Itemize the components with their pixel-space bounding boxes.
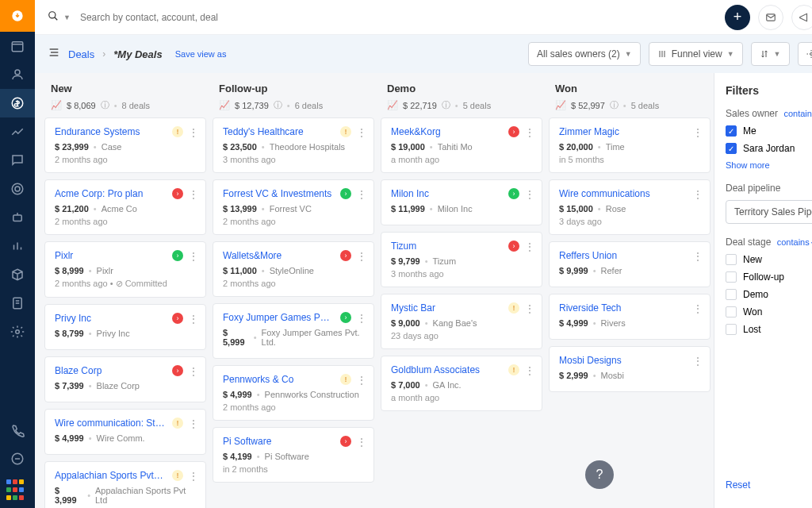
nav-chat-icon[interactable] xyxy=(0,146,35,175)
nav-message-icon[interactable] xyxy=(0,444,35,473)
nav-reports-icon[interactable] xyxy=(0,232,35,260)
deal-card[interactable]: Goldblum Associates $ 7,000•GA Inc. a mo… xyxy=(381,356,542,411)
nav-contacts-icon[interactable] xyxy=(0,60,35,89)
card-more-icon[interactable]: ⋮ xyxy=(524,188,535,201)
deal-card[interactable]: Forrest VC & Investments $ 13,999•Forres… xyxy=(213,179,374,235)
deal-company: Kang Bae's xyxy=(433,318,477,328)
deal-card[interactable]: Wire communications $ 15,000•Rose 3 days… xyxy=(549,179,710,235)
gear-button[interactable]: ▼ xyxy=(798,42,812,66)
filter-checkbox[interactable]: Follow-up xyxy=(726,271,812,283)
card-more-icon[interactable]: ⋮ xyxy=(692,250,703,263)
filter-checkbox[interactable]: ✓Sara Jordan xyxy=(726,143,812,154)
nav-box-icon[interactable] xyxy=(0,260,35,289)
breadcrumb-root[interactable]: Deals xyxy=(68,48,94,60)
nav-deals-icon[interactable] xyxy=(0,89,35,117)
deal-card[interactable]: Pi Software $ 4,199•Pi Software in 2 mon… xyxy=(213,427,374,483)
deal-card[interactable]: Mosbi Designs $ 2,999•Mosbi ⋮ xyxy=(549,346,710,392)
filter-checkbox[interactable]: ✓Me xyxy=(726,125,812,137)
deal-time: in 2 months xyxy=(223,464,364,474)
filter-checkbox[interactable]: Lost xyxy=(726,324,812,335)
deal-card[interactable]: Foxy Jumper Games Pvt Ltd $ 5,999•Foxy J… xyxy=(213,303,374,359)
filter-checkbox[interactable]: Won xyxy=(726,306,812,318)
card-more-icon[interactable]: ⋮ xyxy=(356,250,367,263)
card-more-icon[interactable]: ⋮ xyxy=(188,470,199,483)
card-more-icon[interactable]: ⋮ xyxy=(692,302,703,315)
card-more-icon[interactable]: ⋮ xyxy=(188,418,199,430)
deal-card[interactable]: Blaze Corp $ 7,399•Blaze Corp › ⋮ xyxy=(44,356,206,402)
deal-amount: $ 3,999 xyxy=(55,486,82,505)
deal-title: Appalachian Sports Pvt Ltd xyxy=(55,470,166,481)
deal-title: Pixlr xyxy=(55,250,166,261)
add-button[interactable]: + xyxy=(725,5,750,30)
deal-company: Forrest VC xyxy=(270,204,312,214)
nav-apps-icon[interactable] xyxy=(6,479,29,502)
deal-card[interactable]: Tizum $ 9,799•Tizum 3 months ago › ⋮ xyxy=(381,232,542,287)
deal-card[interactable]: Mystic Bar $ 9,000•Kang Bae's 23 days ag… xyxy=(381,294,542,349)
card-more-icon[interactable]: ⋮ xyxy=(188,365,199,378)
deal-card[interactable]: Endurance Systems $ 23,999•Case 2 months… xyxy=(44,117,206,173)
nav-analytics-icon[interactable] xyxy=(0,117,35,146)
view-select[interactable]: Funnel view▼ xyxy=(649,42,743,66)
card-more-icon[interactable]: ⋮ xyxy=(524,364,535,377)
card-more-icon[interactable]: ⋮ xyxy=(524,302,535,315)
list-icon[interactable] xyxy=(48,46,60,62)
deal-card[interactable]: Appalachian Sports Pvt Ltd $ 3,999•Appal… xyxy=(44,461,206,508)
deal-card[interactable]: Wire communication: Starter ... $ 4,999•… xyxy=(44,409,206,455)
save-view-link[interactable]: Save view as xyxy=(175,49,227,59)
card-more-icon[interactable]: ⋮ xyxy=(692,188,703,201)
deal-card[interactable]: Milon Inc $ 11,999•Milon Inc › ⋮ xyxy=(381,179,542,225)
deal-card[interactable]: Acme Corp: Pro plan $ 21,200•Acme Co 2 m… xyxy=(44,179,206,235)
deal-card[interactable]: Wallets&More $ 11,000•StyleOnline 2 mont… xyxy=(213,241,374,297)
search-icon[interactable] xyxy=(48,10,59,25)
deal-card[interactable]: Pennworks & Co $ 4,999•Pennworks Constru… xyxy=(213,365,374,421)
card-more-icon[interactable]: ⋮ xyxy=(524,126,535,139)
card-more-icon[interactable]: ⋮ xyxy=(356,188,367,201)
reset-link[interactable]: Reset xyxy=(726,479,750,491)
card-more-icon[interactable]: ⋮ xyxy=(692,355,703,368)
logo-icon[interactable] xyxy=(0,0,35,32)
announce-icon[interactable] xyxy=(791,5,812,30)
status-icon: › xyxy=(172,313,183,324)
nav-calendar-icon[interactable] xyxy=(0,32,35,60)
card-more-icon[interactable]: ⋮ xyxy=(188,250,199,263)
card-more-icon[interactable]: ⋮ xyxy=(356,436,367,448)
status-icon: › xyxy=(340,188,351,199)
deal-card[interactable]: Reffers Union $ 9,999•Refer ⋮ xyxy=(549,241,710,287)
card-more-icon[interactable]: ⋮ xyxy=(692,126,703,139)
status-icon: ! xyxy=(340,126,351,137)
search-input[interactable] xyxy=(80,12,725,23)
pipeline-select[interactable]: Territory Sales Pipeline▼ xyxy=(726,200,812,224)
show-more-link[interactable]: Show more xyxy=(726,160,812,170)
owners-select[interactable]: All sales owners (2)▼ xyxy=(528,42,641,66)
nav-phone-icon[interactable] xyxy=(0,416,35,444)
nav-docs-icon[interactable] xyxy=(0,289,35,318)
deal-title: Milon Inc xyxy=(391,188,502,199)
deal-time: 3 days ago xyxy=(559,217,700,226)
nav-target-icon[interactable] xyxy=(0,175,35,203)
nav-bot-icon[interactable] xyxy=(0,203,35,232)
deal-card[interactable]: Pixlr $ 8,999•Pixlr 2 months ago • ⊘ Com… xyxy=(44,241,206,298)
status-icon: ! xyxy=(340,374,351,385)
search-caret-icon[interactable]: ▼ xyxy=(63,13,71,21)
help-fab-icon[interactable]: ? xyxy=(585,460,614,489)
deal-card[interactable]: Teddy's Healthcare $ 23,500•Theodore Hos… xyxy=(213,117,374,173)
deal-card[interactable]: Meek&Korg $ 19,000•Tahiti Mo a month ago… xyxy=(381,117,542,173)
deal-card[interactable]: Privy Inc $ 8,799•Privy Inc › ⋮ xyxy=(44,304,206,350)
filter-owner-operator[interactable]: contains xyxy=(783,109,812,118)
filter-stage-operator[interactable]: contains xyxy=(777,237,812,247)
deal-card[interactable]: Riverside Tech $ 4,999•Rivers ⋮ xyxy=(549,294,710,340)
nav-settings-icon[interactable] xyxy=(0,318,35,346)
card-more-icon[interactable]: ⋮ xyxy=(188,126,199,139)
deal-card[interactable]: Zimmer Magic $ 20,000•Time in 5 months ⋮ xyxy=(549,117,710,173)
card-more-icon[interactable]: ⋮ xyxy=(524,241,535,253)
card-more-icon[interactable]: ⋮ xyxy=(188,188,199,201)
card-more-icon[interactable]: ⋮ xyxy=(188,313,199,325)
mail-icon[interactable] xyxy=(758,5,783,30)
card-more-icon[interactable]: ⋮ xyxy=(356,374,367,387)
filter-checkbox[interactable]: Demo xyxy=(726,289,812,300)
card-more-icon[interactable]: ⋮ xyxy=(356,312,367,325)
card-more-icon[interactable]: ⋮ xyxy=(356,126,367,139)
sort-button[interactable]: ▼ xyxy=(751,42,790,66)
deal-amount: $ 7,000 xyxy=(391,380,420,390)
filter-checkbox[interactable]: New xyxy=(726,254,812,265)
